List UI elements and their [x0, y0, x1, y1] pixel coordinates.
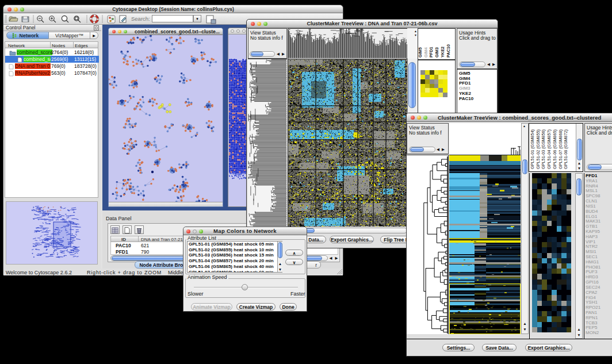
svg-text:GPL51-03 (GSM856): GPL51-03 (GSM856)	[541, 129, 546, 169]
svg-text:GPL51-07 (GSM868): GPL51-07 (GSM868)	[558, 129, 563, 169]
svg-text:GPL51-08 (GSM872): GPL51-08 (GSM872)	[563, 129, 568, 169]
svg-text:GPL51-04 (GSM857): GPL51-04 (GSM857)	[546, 129, 552, 169]
svg-text:GPL51-06 (GSM865): GPL51-06 (GSM865)	[552, 129, 557, 169]
svg-text:YKE2: YKE2	[440, 47, 445, 58]
svg-text:GPL51-01 (GSM854): GPL51-01 (GSM854)	[530, 129, 535, 169]
svg-text:GIM3: GIM3	[434, 47, 439, 58]
svg-text:GIM4: GIM4	[423, 47, 429, 58]
svg-text:GIM5: GIM5	[418, 47, 423, 58]
svg-text:PFD1: PFD1	[429, 47, 434, 58]
svg-text:GPL51-02 (GSM855): GPL51-02 (GSM855)	[536, 129, 541, 169]
svg-text:PAC10: PAC10	[446, 44, 451, 58]
